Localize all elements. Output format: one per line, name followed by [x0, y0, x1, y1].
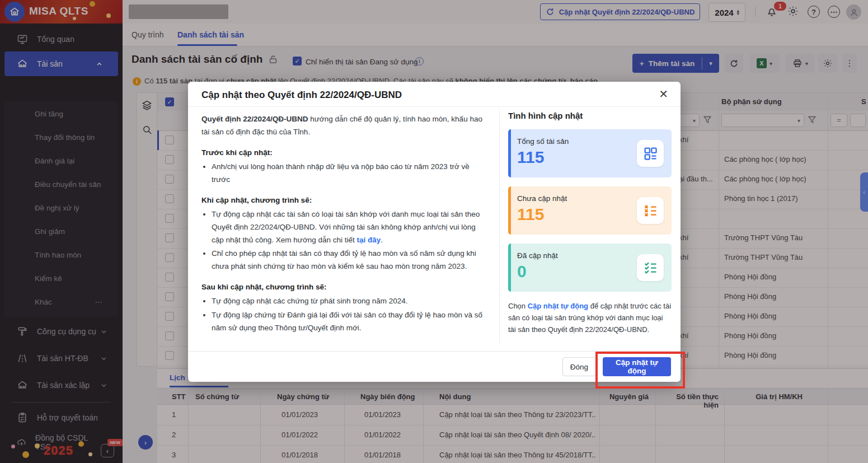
app-root: MISA QLTS Cập nhật Quyết định 22/2024/QĐ… [0, 0, 868, 463]
check-list-icon [637, 254, 664, 281]
during-item-2: Chỉ cho phép cập nhật tài sản có thay đổ… [212, 247, 490, 273]
before-item: Anh/chị vui lòng hoàn thành nhập dữ liệu… [212, 161, 490, 186]
stat-card-not-updated: Chưa cập nhật 115 [508, 186, 672, 235]
grid-list-icon [637, 140, 664, 167]
close-icon[interactable]: ✕ [659, 88, 668, 100]
detail-guide-link[interactable]: tại đây [357, 236, 381, 244]
during-heading: Khi cập nhật, chương trình sẽ: [201, 194, 490, 207]
x-list-icon [637, 197, 664, 224]
update-status-panel: Tình hình cập nhật Tổng số tài sản 115 C… [508, 111, 672, 343]
modal-instructions: Quyết định 22/2024/QĐ-UBND hướng dẫn chế… [201, 109, 490, 336]
modal-title: Cập nhật theo Quyết định 22/2024/QĐ-UBND [201, 90, 402, 101]
auto-update-button[interactable]: Cập nhật tự động [603, 357, 671, 376]
stat-card-updated: Đã cập nhật 0 [508, 244, 672, 292]
after-heading: Sau khi cập nhật, chương trình sẽ: [201, 281, 490, 294]
status-heading: Tình hình cập nhật [508, 111, 672, 120]
close-button[interactable]: Đóng [562, 357, 596, 376]
before-heading: Trước khi cập nhật: [201, 147, 490, 160]
auto-update-note: Chọn Cập nhật tự động để cập nhật trước … [508, 301, 672, 335]
update-decision-modal: Cập nhật theo Quyết định 22/2024/QĐ-UBND… [188, 82, 681, 382]
after-item-2: Tự động lập chứng từ Đánh giá lại đối vớ… [212, 309, 490, 335]
stat-card-total: Tổng số tài sản 115 [508, 129, 672, 177]
modal-footer: Đóng Cập nhật tự động [188, 351, 681, 382]
auto-update-link[interactable]: Cập nhật tự động [528, 302, 588, 310]
after-item-1: Tự động cập nhật các chứng từ phát sinh … [212, 295, 490, 308]
during-item-1: Tự động cập nhật các tài sản có loại tài… [212, 208, 490, 247]
